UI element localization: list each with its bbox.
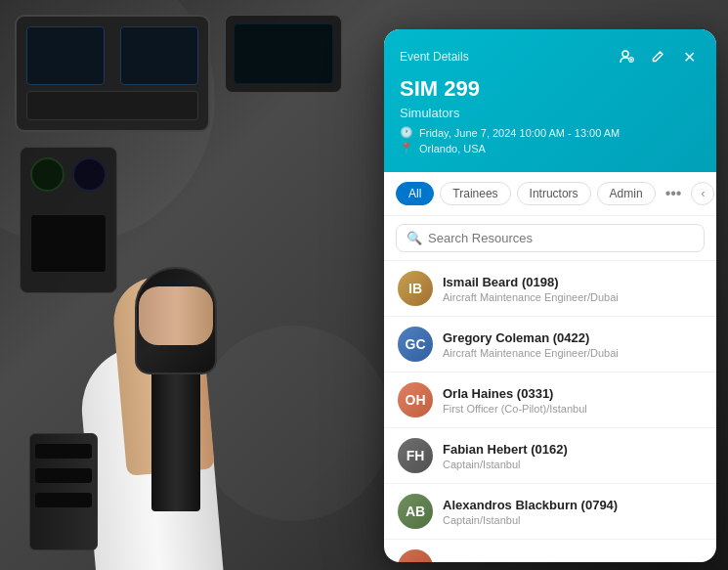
clock-icon: 🕐 <box>400 126 413 139</box>
person-info-4: Fabian Hebert (0162) Captain/Istanbul <box>443 442 703 470</box>
header-icons: ✕ <box>615 45 701 68</box>
person-row-2[interactable]: GC Gregory Coleman (0422) Aircraft Maint… <box>384 317 716 373</box>
close-icon[interactable]: ✕ <box>677 45 701 68</box>
tab-all[interactable]: All <box>396 182 434 205</box>
search-container: 🔍 <box>384 216 716 261</box>
cockpit-right-panel <box>20 147 117 293</box>
avatar-2: GC <box>398 327 433 362</box>
person-name-3: Orla Haines (0331) <box>443 386 703 401</box>
hand <box>139 286 213 345</box>
person-name-6: Rhonda Goodman (0399) <box>443 559 703 563</box>
cockpit-panel-left <box>15 15 210 132</box>
person-info-3: Orla Haines (0331) First Officer (Co-Pil… <box>443 386 703 415</box>
modal-title-label: Event Details <box>400 50 469 64</box>
svg-point-0 <box>622 51 628 57</box>
person-row-4[interactable]: FH Fabian Hebert (0162) Captain/Istanbul <box>384 428 716 484</box>
person-row-5[interactable]: AB Alexandros Blackburn (0794) Captain/I… <box>384 484 716 540</box>
modal-header: Event Details ✕ <box>384 29 716 172</box>
person-row-1[interactable]: IB Ismail Beard (0198) Aircraft Maintena… <box>384 261 716 317</box>
person-row-3[interactable]: OH Orla Haines (0331) First Officer (Co-… <box>384 373 716 428</box>
cockpit-panel-center <box>225 15 342 93</box>
tab-trainees[interactable]: Trainees <box>440 182 510 205</box>
person-info-5: Alexandros Blackburn (0794) Captain/Ista… <box>443 498 703 526</box>
person-name-2: Gregory Coleman (0422) <box>443 330 703 345</box>
person-role-5: Captain/Istanbul <box>443 514 703 526</box>
location-icon: 📍 <box>400 142 413 154</box>
person-role-1: Aircraft Maintenance Engineer/Dubai <box>443 291 703 303</box>
search-input[interactable] <box>428 231 694 245</box>
event-date: Friday, June 7, 2024 10:00 AM - 13:00 AM <box>419 127 620 139</box>
person-info-1: Ismail Beard (0198) Aircraft Maintenance… <box>443 275 703 303</box>
user-assign-icon[interactable] <box>615 45 638 68</box>
cockpit-throttle <box>29 433 98 550</box>
event-location: Orlando, USA <box>419 143 486 154</box>
tab-admin[interactable]: Admin <box>597 182 656 205</box>
person-info-2: Gregory Coleman (0422) Aircraft Maintena… <box>443 330 703 359</box>
event-details-modal: Event Details ✕ <box>384 29 716 562</box>
tab-instructors[interactable]: Intructors <box>517 182 591 205</box>
filter-tabs: All Trainees Intructors Admin ••• ‹ › <box>384 172 716 216</box>
tab-navigation: ‹ › <box>691 182 716 205</box>
event-date-row: 🕐 Friday, June 7, 2024 10:00 AM - 13:00 … <box>400 126 701 139</box>
person-role-2: Aircraft Maintenance Engineer/Dubai <box>443 347 703 359</box>
person-name-4: Fabian Hebert (0162) <box>443 442 703 457</box>
event-meta: 🕐 Friday, June 7, 2024 10:00 AM - 13:00 … <box>400 126 701 154</box>
search-icon: 🔍 <box>407 231 422 245</box>
tab-more-icon[interactable]: ••• <box>662 185 686 202</box>
person-row-6[interactable]: RG Rhonda Goodman (0399) <box>384 540 716 562</box>
people-list: IB Ismail Beard (0198) Aircraft Maintena… <box>384 261 716 562</box>
nav-prev-button[interactable]: ‹ <box>691 182 714 205</box>
edit-icon[interactable] <box>646 45 669 68</box>
event-title: SIM 299 <box>400 76 701 102</box>
avatar-4: FH <box>398 438 433 473</box>
person-name-5: Alexandros Blackburn (0794) <box>443 498 703 512</box>
avatar-1: IB <box>398 271 433 306</box>
avatar-3: OH <box>398 382 433 417</box>
avatar-6: RG <box>398 549 433 562</box>
person-info-6: Rhonda Goodman (0399) <box>443 559 703 563</box>
search-wrapper: 🔍 <box>396 224 705 252</box>
person-role-3: First Officer (Co-Pilot)/Istanbul <box>443 403 703 415</box>
avatar-5: AB <box>398 494 433 529</box>
event-location-row: 📍 Orlando, USA <box>400 142 701 154</box>
person-role-4: Captain/Istanbul <box>443 459 703 470</box>
event-subtitle: Simulators <box>400 106 701 120</box>
person-name-1: Ismail Beard (0198) <box>443 275 703 289</box>
